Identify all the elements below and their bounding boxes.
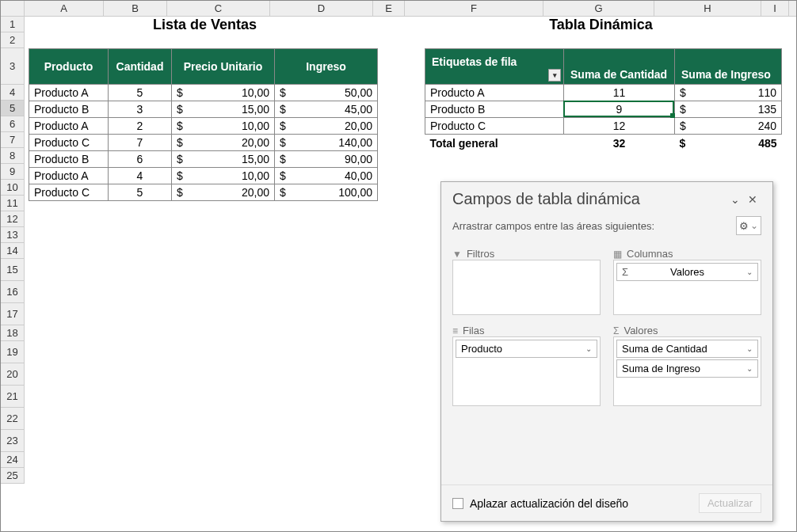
pivot-header: Etiquetas de fila▾: [425, 49, 564, 85]
sales-header: Cantidad: [109, 49, 172, 85]
row-header-23[interactable]: 23: [1, 430, 24, 452]
sales-table[interactable]: ProductoCantidadPrecio UnitarioIngresoPr…: [29, 48, 378, 201]
col-header-D[interactable]: D: [270, 1, 373, 16]
row-header-17[interactable]: 17: [1, 303, 24, 325]
sales-header: Precio Unitario: [172, 49, 275, 85]
sales-title: Lista de Ventas: [25, 17, 385, 32]
close-icon[interactable]: ✕: [744, 191, 761, 208]
table-row[interactable]: Producto B9$135: [425, 101, 782, 118]
defer-checkbox[interactable]: [452, 498, 463, 509]
table-row[interactable]: Producto C12$240: [425, 118, 782, 135]
row-header-6[interactable]: 6: [1, 116, 24, 132]
pane-subtitle-row: Arrastrar campos entre las áreas siguien…: [441, 213, 772, 245]
row-header-2[interactable]: 2: [1, 32, 24, 48]
row-header-18[interactable]: 18: [1, 325, 24, 341]
total-row: Total general32$485: [425, 135, 782, 152]
row-header-13[interactable]: 13: [1, 227, 24, 243]
row-header-3[interactable]: 3: [1, 48, 24, 85]
rows-zone: ≡Filas Producto⌄: [452, 325, 601, 406]
collapse-icon[interactable]: ⌄: [726, 191, 744, 208]
field-item[interactable]: Suma de Cantidad⌄: [616, 340, 758, 358]
row-header-9[interactable]: 9: [1, 164, 24, 180]
defer-label: Aplazar actualización del diseño: [470, 497, 628, 510]
row-header-14[interactable]: 14: [1, 243, 24, 259]
values-zone: ΣValores Suma de Cantidad⌄Suma de Ingres…: [613, 325, 761, 406]
col-header-I[interactable]: I: [761, 1, 789, 16]
table-row[interactable]: Producto C5$20,00$100,00: [29, 184, 378, 201]
rows-dropzone[interactable]: Producto⌄: [452, 336, 601, 406]
row-header-12[interactable]: 12: [1, 211, 24, 227]
col-header-C[interactable]: C: [167, 1, 270, 16]
pane-header: Campos de tabla dinámica ⌄ ✕: [441, 182, 772, 213]
field-zones: ▼Filtros ▦Columnas Σ Valores⌄ ≡Filas Pro…: [441, 245, 772, 409]
row-headers: 1234567891011121314151617181920212223242…: [1, 17, 25, 484]
row-header-15[interactable]: 15: [1, 259, 24, 281]
pivot-header: Suma de Cantidad: [564, 49, 675, 85]
columns-label: Columnas: [627, 248, 673, 260]
row-header-22[interactable]: 22: [1, 408, 24, 430]
pivot-fields-pane[interactable]: Campos de tabla dinámica ⌄ ✕ Arrastrar c…: [440, 181, 773, 522]
row-header-4[interactable]: 4: [1, 85, 24, 101]
grid-area[interactable]: Lista de Ventas Tabla Dinámica ProductoC…: [25, 17, 796, 531]
values-label: Valores: [623, 325, 658, 336]
pane-footer: Aplazar actualización del diseño Actuali…: [441, 484, 772, 521]
gear-icon: ⚙: [739, 220, 749, 232]
select-all-corner[interactable]: [1, 1, 25, 17]
sigma-icon: Σ: [613, 325, 619, 336]
filters-zone: ▼Filtros: [452, 248, 601, 315]
table-row[interactable]: Producto A5$10,00$50,00: [29, 85, 378, 101]
col-header-B[interactable]: B: [104, 1, 167, 16]
pivot-header: Suma de Ingreso: [675, 49, 782, 85]
columns-icon: ▦: [613, 249, 622, 260]
table-row[interactable]: Producto A4$10,00$40,00: [29, 168, 378, 184]
field-item[interactable]: Suma de Ingreso⌄: [616, 359, 758, 378]
pivot-title: Tabla Dinámica: [425, 17, 777, 32]
field-item[interactable]: Producto⌄: [456, 340, 597, 358]
col-header-H[interactable]: H: [654, 1, 761, 16]
pane-title: Campos de tabla dinámica: [452, 190, 726, 208]
row-header-25[interactable]: 25: [1, 468, 24, 484]
sales-header: Producto: [29, 49, 109, 85]
row-header-8[interactable]: 8: [1, 148, 24, 164]
row-header-5[interactable]: 5: [1, 101, 24, 116]
table-row[interactable]: Producto B6$15,00$90,00: [29, 151, 378, 168]
chevron-down-icon: ⌄: [750, 220, 758, 231]
row-header-11[interactable]: 11: [1, 196, 24, 211]
row-header-16[interactable]: 16: [1, 281, 24, 303]
update-button[interactable]: Actualizar: [699, 493, 761, 513]
field-item[interactable]: Σ Valores⌄: [616, 263, 758, 281]
col-header-G[interactable]: G: [543, 1, 654, 16]
pane-subtitle: Arrastrar campos entre las áreas siguien…: [452, 220, 736, 232]
table-row[interactable]: Producto B3$15,00$45,00: [29, 101, 378, 118]
spreadsheet-viewport: ABCDEFGHI 123456789101112131415161718192…: [0, 0, 797, 532]
row-header-7[interactable]: 7: [1, 132, 24, 148]
rows-label: Filas: [463, 325, 484, 336]
pivot-table[interactable]: Etiquetas de fila▾Suma de CantidadSuma d…: [425, 48, 782, 151]
table-row[interactable]: Producto A11$110: [425, 85, 782, 101]
table-row[interactable]: Producto C7$20,00$140,00: [29, 135, 378, 151]
row-header-20[interactable]: 20: [1, 363, 24, 386]
col-header-F[interactable]: F: [405, 1, 543, 16]
filter-icon: ▼: [452, 249, 462, 260]
row-header-10[interactable]: 10: [1, 180, 24, 196]
row-header-19[interactable]: 19: [1, 341, 24, 363]
column-headers: ABCDEFGHI: [25, 1, 796, 17]
col-header-E[interactable]: E: [373, 1, 405, 16]
filters-label: Filtros: [467, 248, 494, 260]
row-header-24[interactable]: 24: [1, 452, 24, 468]
sales-header: Ingreso: [275, 49, 378, 85]
rows-icon: ≡: [452, 325, 458, 336]
gear-button[interactable]: ⚙⌄: [736, 216, 761, 235]
col-header-A[interactable]: A: [25, 1, 104, 16]
row-header-21[interactable]: 21: [1, 386, 24, 408]
row-labels-dropdown[interactable]: ▾: [548, 69, 561, 82]
table-row[interactable]: Producto A2$10,00$20,00: [29, 118, 378, 135]
values-dropzone[interactable]: Suma de Cantidad⌄Suma de Ingreso⌄: [613, 336, 761, 406]
columns-dropzone[interactable]: Σ Valores⌄: [613, 260, 761, 315]
columns-zone: ▦Columnas Σ Valores⌄: [613, 248, 761, 315]
row-header-1[interactable]: 1: [1, 17, 24, 32]
filters-dropzone[interactable]: [452, 260, 601, 315]
